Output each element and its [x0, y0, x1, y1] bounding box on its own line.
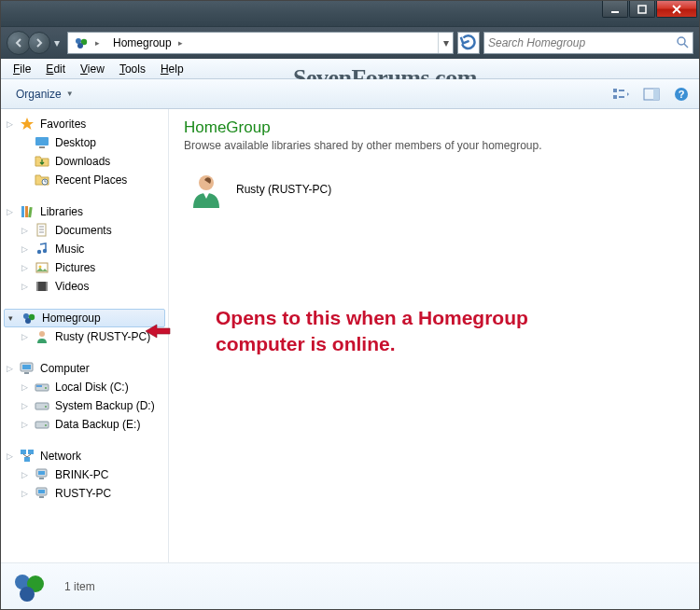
homegroup-member[interactable]: Rusty (RUSTY-PC) [184, 165, 684, 214]
tree-network[interactable]: ▷ Network [1, 447, 168, 465]
svg-rect-47 [28, 450, 34, 454]
menu-view[interactable]: View [74, 61, 111, 77]
preview-pane-button[interactable] [641, 84, 662, 104]
svg-rect-51 [39, 478, 44, 479]
history-dropdown[interactable]: ▾ [50, 36, 63, 49]
documents-icon [35, 223, 49, 238]
svg-rect-48 [24, 457, 30, 462]
refresh-button[interactable] [457, 32, 480, 54]
user-icon [35, 329, 49, 344]
tree-network-brink[interactable]: ▷BRINK-PC [1, 465, 168, 484]
tree-desktop[interactable]: Desktop [1, 133, 168, 152]
pc-icon [35, 486, 49, 501]
tree-computer[interactable]: ▷ Computer [1, 359, 168, 378]
pictures-icon [35, 260, 49, 275]
svg-rect-54 [39, 496, 44, 498]
svg-rect-10 [619, 96, 624, 98]
svg-rect-44 [35, 422, 49, 428]
svg-point-41 [45, 387, 47, 389]
tree-pictures[interactable]: ▷Pictures [1, 258, 168, 277]
item-count: 1 item [64, 580, 95, 593]
minimize-button[interactable] [602, 1, 628, 18]
close-button[interactable] [656, 1, 697, 18]
tree-recent-places[interactable]: Recent Places [1, 171, 168, 189]
chevron-icon: ▷ [21, 282, 28, 291]
chevron-icon: ▷ [7, 119, 13, 129]
search-icon [676, 35, 689, 51]
forward-button[interactable] [28, 32, 50, 54]
tree-homegroup-member[interactable]: ▷Rusty (RUSTY-PC) [1, 327, 168, 346]
svg-rect-16 [39, 146, 45, 148]
videos-icon [35, 279, 49, 294]
breadcrumb-root[interactable]: ▸ [68, 33, 107, 53]
svg-text:?: ? [679, 89, 685, 100]
svg-rect-46 [21, 450, 26, 454]
menu-tools[interactable]: Tools [113, 61, 152, 77]
tree-homegroup[interactable]: ▾ Homegroup [4, 309, 165, 327]
tree-network-rusty[interactable]: ▷RUSTY-PC [1, 484, 168, 503]
label: Libraries [40, 205, 83, 218]
navbar: ▾ ▸ Homegroup ▸ ▾ Search Homegroup [1, 27, 699, 59]
tree-data-backup[interactable]: ▷Data Backup (E:) [1, 415, 168, 434]
svg-point-35 [39, 331, 45, 337]
svg-rect-18 [21, 206, 24, 217]
network-icon [20, 449, 35, 464]
explorer-window: ▾ ▸ Homegroup ▸ ▾ Search Homegroup File … [0, 0, 700, 610]
label: Recent Places [55, 173, 127, 187]
content-pane: HomeGroup Browse available libraries sha… [169, 109, 699, 562]
tree-music[interactable]: ▷Music [1, 240, 168, 258]
maximize-button[interactable] [629, 1, 655, 18]
svg-point-25 [37, 250, 41, 254]
svg-line-6 [684, 44, 688, 48]
titlebar [1, 1, 699, 27]
homegroup-icon [74, 35, 89, 50]
svg-point-34 [25, 318, 31, 324]
svg-rect-40 [36, 385, 42, 387]
label: Local Disk (C:) [55, 381, 129, 394]
annotation-line1: Opens to this when a Homegroup [216, 307, 528, 328]
svg-rect-20 [28, 207, 33, 217]
tree-downloads[interactable]: Downloads [1, 152, 168, 171]
address-bar[interactable]: ▸ Homegroup ▸ ▾ [67, 32, 454, 54]
organize-button[interactable]: Organize ▼ [8, 85, 81, 104]
search-box[interactable]: Search Homegroup [483, 32, 693, 54]
music-icon [35, 242, 49, 256]
chevron-down-icon: ▼ [66, 90, 74, 98]
label: Videos [55, 280, 89, 293]
label: Downloads [55, 155, 110, 168]
nav-tree: ▷ Favorites Desktop Downloads Recent Pla… [1, 109, 169, 562]
breadcrumb-homegroup[interactable]: Homegroup ▸ [107, 33, 190, 53]
label: Desktop [55, 136, 96, 149]
tree-system-backup[interactable]: ▷System Backup (D:) [1, 396, 168, 415]
chevron-icon: ▷ [21, 263, 28, 272]
svg-point-26 [43, 249, 47, 253]
label: Network [40, 450, 81, 463]
menu-help[interactable]: Help [154, 61, 190, 77]
svg-rect-1 [638, 6, 646, 13]
organize-label: Organize [16, 88, 62, 101]
label: Homegroup [42, 312, 101, 325]
help-button[interactable]: ? [671, 84, 692, 104]
menu-edit[interactable]: Edit [39, 61, 72, 77]
label: BRINK-PC [55, 468, 108, 481]
label: Music [55, 243, 84, 256]
desktop-icon [35, 135, 49, 150]
menu-file[interactable]: File [7, 61, 37, 77]
libraries-icon [20, 204, 35, 219]
svg-point-5 [678, 37, 685, 45]
svg-rect-9 [619, 90, 624, 91]
chevron-right-icon: ▸ [92, 38, 103, 48]
view-mode-button[interactable] [611, 84, 632, 104]
svg-rect-15 [35, 137, 49, 146]
svg-rect-12 [653, 89, 659, 100]
tree-libraries[interactable]: ▷ Libraries [1, 202, 168, 221]
svg-rect-7 [613, 89, 617, 92]
tree-favorites[interactable]: ▷ Favorites [1, 115, 168, 133]
label: Documents [55, 224, 112, 237]
tree-documents[interactable]: ▷Documents [1, 221, 168, 240]
tree-local-disk[interactable]: ▷Local Disk (C:) [1, 378, 168, 396]
tree-videos[interactable]: ▷Videos [1, 277, 168, 296]
chevron-icon: ▷ [7, 451, 13, 461]
address-dropdown[interactable]: ▾ [438, 33, 453, 53]
svg-rect-53 [38, 490, 45, 493]
